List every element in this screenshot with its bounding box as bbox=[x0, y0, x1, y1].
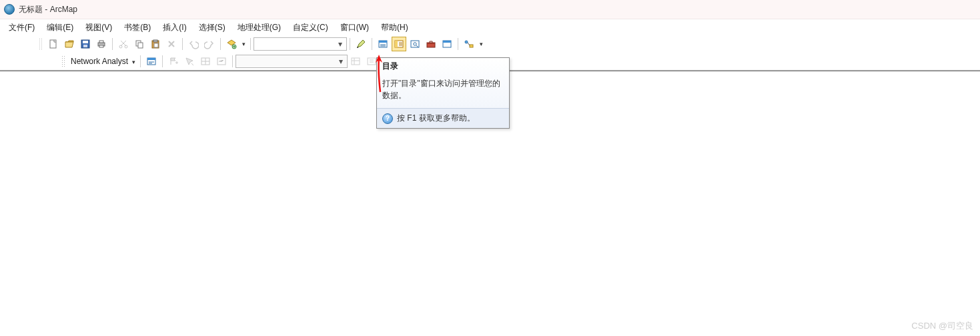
map-scale-combo[interactable]: ▾ bbox=[254, 37, 347, 51]
add-data-dropdown[interactable] bbox=[240, 37, 247, 51]
toolbar-overflow[interactable] bbox=[478, 37, 484, 51]
svg-rect-13 bbox=[154, 43, 158, 47]
toolbar-grip[interactable] bbox=[61, 55, 65, 67]
na-directions-button[interactable] bbox=[214, 54, 229, 69]
delete-icon bbox=[166, 39, 177, 49]
tooltip-footer-text: 按 F1 获取更多帮助。 bbox=[397, 113, 475, 124]
editor-toolbar-button[interactable] bbox=[354, 37, 368, 51]
svg-rect-3 bbox=[83, 45, 87, 47]
svg-rect-33 bbox=[368, 58, 376, 65]
search-window-button[interactable] bbox=[408, 37, 422, 51]
svg-rect-29 bbox=[147, 58, 155, 60]
svg-rect-6 bbox=[99, 45, 103, 47]
separator bbox=[458, 38, 458, 50]
menu-customize[interactable]: 自定义(C) bbox=[287, 20, 334, 35]
chevron-down-icon: ▾ bbox=[336, 39, 345, 49]
print-button[interactable] bbox=[94, 37, 109, 51]
directions-icon bbox=[216, 56, 227, 67]
undo-button[interactable] bbox=[186, 37, 201, 51]
undo-icon bbox=[188, 39, 199, 49]
na-create-location-button[interactable] bbox=[166, 54, 181, 69]
paste-icon bbox=[150, 39, 161, 49]
separator bbox=[250, 38, 251, 50]
svg-point-15 bbox=[357, 47, 358, 48]
modelbuilder-button[interactable] bbox=[462, 37, 476, 51]
save-icon bbox=[80, 39, 91, 49]
menu-view[interactable]: 视图(V) bbox=[79, 20, 118, 35]
svg-rect-10 bbox=[138, 43, 143, 48]
svg-point-26 bbox=[465, 41, 468, 43]
svg-rect-2 bbox=[83, 41, 88, 43]
svg-rect-23 bbox=[427, 43, 435, 44]
separator bbox=[112, 38, 113, 50]
svg-rect-0 bbox=[50, 40, 56, 48]
catalog-button[interactable] bbox=[392, 37, 406, 51]
menu-insert[interactable]: 插入(I) bbox=[157, 20, 192, 35]
add-data-icon bbox=[226, 39, 237, 49]
add-data-button[interactable] bbox=[224, 37, 239, 51]
toolbar-grip[interactable] bbox=[39, 38, 43, 50]
svg-rect-32 bbox=[352, 58, 360, 65]
toc-button[interactable] bbox=[376, 37, 390, 51]
arctoolbox-button[interactable] bbox=[424, 37, 438, 51]
paste-button[interactable] bbox=[148, 37, 163, 51]
print-icon bbox=[96, 39, 107, 49]
network-analyst-label[interactable]: Network Analyst bbox=[68, 57, 129, 66]
menu-bookmarks[interactable]: 书签(B) bbox=[118, 20, 157, 35]
separator bbox=[232, 55, 233, 67]
svg-rect-5 bbox=[99, 41, 103, 43]
menu-help[interactable]: 帮助(H) bbox=[375, 20, 414, 35]
tooltip-footer: 按 F1 获取更多帮助。 bbox=[377, 108, 509, 128]
python-window-button[interactable] bbox=[440, 37, 454, 51]
redo-button[interactable] bbox=[202, 37, 217, 51]
na-window-button[interactable] bbox=[144, 54, 159, 69]
separator bbox=[220, 38, 221, 50]
na-solve-button[interactable] bbox=[198, 54, 213, 69]
network-identify-icon bbox=[366, 56, 377, 67]
tooltip-title: 目录 bbox=[377, 58, 509, 73]
open-button[interactable] bbox=[62, 37, 77, 51]
arrow-cross-icon bbox=[184, 56, 195, 67]
save-button[interactable] bbox=[78, 37, 93, 51]
editor-pencil-icon bbox=[356, 39, 366, 49]
na-layer-combo[interactable]: ▾ bbox=[235, 55, 348, 68]
separator bbox=[372, 38, 372, 50]
standard-toolbar: ▾ bbox=[0, 35, 980, 53]
help-icon bbox=[382, 113, 393, 124]
network-analyst-dropdown[interactable] bbox=[129, 57, 137, 66]
new-file-icon bbox=[48, 39, 59, 49]
python-window-icon bbox=[442, 39, 452, 49]
modelbuilder-icon bbox=[464, 39, 474, 49]
menu-edit[interactable]: 编辑(E) bbox=[41, 20, 79, 35]
copy-icon bbox=[134, 39, 145, 49]
copy-button[interactable] bbox=[132, 37, 147, 51]
catalog-icon bbox=[394, 39, 404, 49]
menu-geoprocess[interactable]: 地理处理(G) bbox=[231, 20, 287, 35]
delete-button[interactable] bbox=[164, 37, 179, 51]
svg-rect-25 bbox=[443, 41, 451, 43]
chevron-down-icon: ▾ bbox=[336, 57, 346, 66]
menu-file[interactable]: 文件(F) bbox=[3, 20, 41, 35]
menu-window[interactable]: 窗口(W) bbox=[334, 20, 375, 35]
na-window-icon bbox=[146, 56, 157, 67]
na-build-button[interactable] bbox=[348, 54, 363, 69]
title-bar: 无标题 - ArcMap bbox=[0, 0, 980, 19]
menu-selection[interactable]: 选择(S) bbox=[193, 20, 231, 35]
tooltip-body: 打开"目录"窗口来访问并管理您的数据。 bbox=[377, 73, 509, 108]
toc-icon bbox=[378, 39, 388, 49]
redo-icon bbox=[204, 39, 215, 49]
separator bbox=[140, 55, 141, 67]
na-select-move-button[interactable] bbox=[182, 54, 197, 69]
flag-plus-icon bbox=[168, 56, 179, 67]
svg-rect-19 bbox=[395, 41, 398, 47]
cut-button[interactable] bbox=[116, 37, 131, 51]
open-folder-icon bbox=[64, 39, 75, 49]
new-button[interactable] bbox=[46, 37, 61, 51]
catalog-tooltip: 目录 打开"目录"窗口来访问并管理您的数据。 按 F1 获取更多帮助。 bbox=[376, 57, 510, 129]
network-build-icon bbox=[350, 56, 361, 67]
svg-rect-27 bbox=[470, 45, 473, 47]
separator bbox=[162, 55, 163, 67]
svg-rect-17 bbox=[379, 41, 387, 43]
search-window-icon bbox=[410, 39, 420, 49]
app-icon bbox=[4, 4, 15, 15]
